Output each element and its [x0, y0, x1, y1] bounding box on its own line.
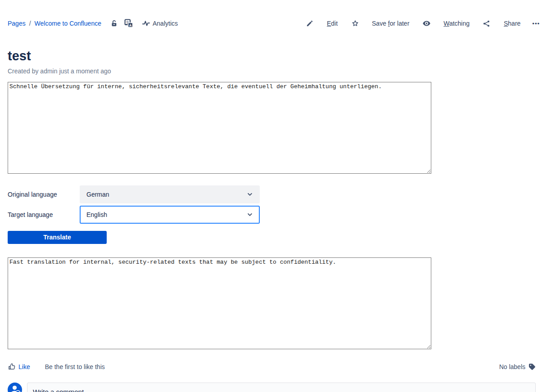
- comment-section: [8, 383, 536, 392]
- watching-button[interactable]: Watching: [423, 6, 470, 41]
- svg-text:A: A: [129, 23, 132, 27]
- eye-icon: [423, 6, 440, 41]
- tag-icon: [529, 363, 536, 370]
- labels-button[interactable]: No labels: [499, 363, 536, 370]
- user-avatar[interactable]: [8, 383, 22, 392]
- target-language-row: Target language English: [8, 206, 547, 224]
- labels-text: No labels: [499, 363, 525, 370]
- page-actions: Edit Save for later Watching: [306, 5, 540, 42]
- original-language-value: German: [86, 191, 109, 198]
- thumbs-up-icon: [8, 363, 16, 371]
- translate-button[interactable]: Translate: [8, 231, 107, 244]
- page-toolbar: Pages / Welcome to Confluence 文 A: [0, 0, 547, 46]
- breadcrumb-separator: /: [29, 20, 31, 27]
- page-footer: Like Be the first to like this No labels: [8, 363, 536, 371]
- more-options-button[interactable]: •••: [532, 20, 540, 27]
- original-language-label: Original language: [8, 191, 80, 198]
- translated-text-area[interactable]: Fast translation for internal, security-…: [8, 257, 431, 349]
- byline: Created by admin just a moment ago: [8, 68, 547, 75]
- chevron-down-icon: [247, 212, 253, 218]
- pencil-icon: [306, 6, 324, 41]
- chevron-down-icon: [247, 191, 253, 198]
- analytics-icon: [142, 20, 150, 27]
- share-button[interactable]: Share: [483, 6, 520, 41]
- language-form: Original language German Target language…: [8, 185, 547, 224]
- confluence-page: Pages / Welcome to Confluence 文 A: [0, 0, 547, 392]
- comment-input[interactable]: [27, 383, 536, 392]
- like-button[interactable]: Like: [8, 363, 30, 371]
- analytics-label: Analytics: [153, 20, 178, 27]
- unlock-icon[interactable]: [110, 19, 118, 27]
- share-icon: [483, 6, 501, 41]
- edit-button[interactable]: Edit: [306, 6, 338, 41]
- target-language-select[interactable]: English: [80, 206, 260, 224]
- breadcrumb-pages-link[interactable]: Pages: [8, 20, 26, 27]
- save-for-later-button[interactable]: Save for later: [351, 5, 409, 42]
- watching-label: Watching: [443, 20, 470, 27]
- breadcrumb: Pages / Welcome to Confluence 文 A: [8, 19, 178, 28]
- page-content: test Created by admin just a moment ago …: [0, 49, 547, 392]
- analytics-button[interactable]: Analytics: [142, 20, 178, 27]
- translate-icon[interactable]: 文 A: [124, 19, 133, 28]
- original-language-select[interactable]: German: [80, 185, 260, 203]
- share-label: Share: [504, 20, 520, 27]
- save-for-later-label: Save for later: [372, 20, 409, 27]
- breadcrumb-space-link[interactable]: Welcome to Confluence: [35, 20, 101, 27]
- original-language-row: Original language German: [8, 185, 547, 203]
- target-language-label: Target language: [8, 211, 80, 218]
- target-language-value: English: [86, 211, 107, 218]
- like-hint: Be the first to like this: [45, 363, 105, 370]
- source-text-area[interactable]: Schnelle Übersetzung für interne, sicher…: [8, 82, 431, 174]
- edit-label: Edit: [327, 20, 338, 27]
- like-label: Like: [18, 363, 30, 370]
- page-title: test: [8, 49, 547, 63]
- star-icon: [351, 5, 369, 42]
